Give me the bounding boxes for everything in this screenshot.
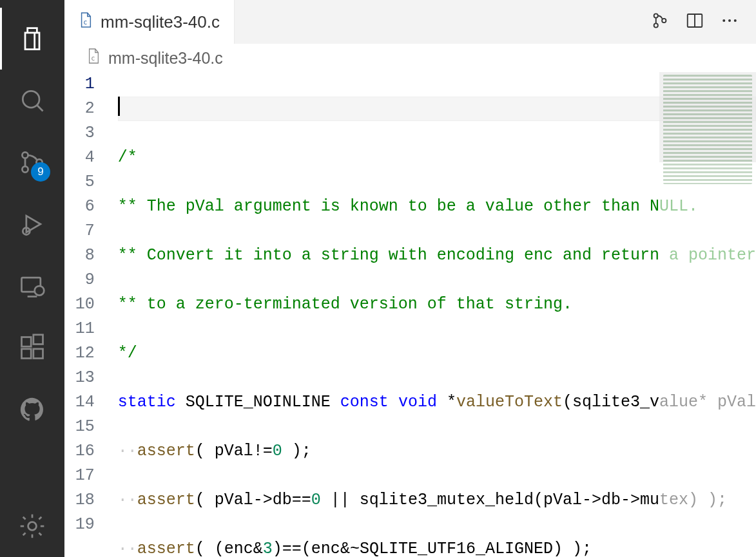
c-file-icon: c	[79, 11, 93, 33]
line-number: 13	[64, 366, 95, 390]
activitybar-search[interactable]	[0, 70, 64, 131]
tab-bar: c mm-sqlite3-40.c	[64, 0, 756, 44]
line-number: 17	[64, 464, 95, 488]
svg-point-0	[23, 91, 39, 108]
svg-point-6	[35, 286, 44, 296]
ellipsis-icon	[720, 11, 739, 30]
line-number: 11	[64, 317, 95, 341]
line-number: 10	[64, 292, 95, 317]
github-icon	[18, 395, 46, 424]
c-file-icon: c	[86, 47, 101, 69]
activity-bar: 9	[0, 0, 64, 557]
editor-group: c mm-sqlite3-40.c	[64, 0, 756, 557]
code-line[interactable]: */	[118, 341, 756, 366]
svg-point-18	[728, 19, 731, 22]
search-icon	[18, 86, 46, 115]
explorer-icon	[18, 24, 46, 53]
line-number-gutter: 1 2 3 4 5 6 7 8 9 10 11 12 13 14 15 16 1…	[64, 72, 118, 557]
code-line[interactable]: static SQLITE_NOINLINE const void *value…	[118, 390, 756, 415]
remote-explorer-icon	[18, 272, 46, 300]
line-number: 14	[64, 390, 95, 415]
code-line[interactable]: ** to a zero-terminated version of that …	[118, 292, 756, 317]
code-line[interactable]: ··assert( pVal!=0 );	[118, 439, 756, 464]
activitybar-remote-explorer[interactable]	[0, 255, 64, 317]
svg-text:c: c	[91, 55, 95, 62]
svg-point-15	[662, 19, 666, 23]
scm-badge: 9	[31, 162, 50, 182]
svg-point-2	[22, 166, 28, 172]
line-number: 9	[64, 268, 95, 292]
activitybar-manage[interactable]	[0, 495, 64, 557]
tab-label: mm-sqlite3-40.c	[101, 12, 220, 32]
line-number: 1	[64, 72, 95, 97]
code-line[interactable]: ··assert( (enc&3)==(enc&~SQLITE_UTF16_AL…	[118, 537, 756, 557]
line-number: 6	[64, 194, 95, 219]
svg-rect-7	[22, 337, 32, 347]
svg-point-19	[734, 19, 737, 22]
tab-active[interactable]: c mm-sqlite3-40.c	[64, 0, 235, 44]
split-editor-icon	[685, 11, 704, 30]
activitybar-run-debug[interactable]	[0, 193, 64, 255]
code-line[interactable]: /*	[118, 146, 756, 170]
svg-rect-9	[34, 349, 43, 359]
code-line[interactable]: ** The pVal argument is known to be a va…	[118, 194, 756, 219]
line-number: 16	[64, 439, 95, 464]
svg-point-13	[654, 14, 658, 17]
activitybar-extensions[interactable]	[0, 317, 64, 379]
svg-point-14	[654, 23, 658, 27]
text-editor[interactable]: 1 2 3 4 5 6 7 8 9 10 11 12 13 14 15 16 1…	[64, 72, 756, 557]
code-line[interactable]: ··assert( pVal->db==0 || sqlite3_mutex_h…	[118, 488, 756, 513]
editor-container: 1 2 3 4 5 6 7 8 9 10 11 12 13 14 15 16 1…	[64, 72, 756, 557]
line-number: 5	[64, 170, 95, 194]
breadcrumb[interactable]: c mm-sqlite3-40.c	[64, 44, 756, 72]
split-editor-button[interactable]	[685, 11, 704, 33]
line-number: 3	[64, 121, 95, 146]
svg-point-1	[22, 152, 28, 158]
extensions-icon	[18, 334, 46, 362]
svg-point-11	[28, 522, 37, 531]
code-area[interactable]: /* ** The pVal argument is known to be a…	[118, 72, 756, 557]
line-number: 4	[64, 146, 95, 170]
line-number: 2	[64, 97, 95, 121]
breadcrumb-filename: mm-sqlite3-40.c	[108, 49, 223, 68]
line-number: 12	[64, 341, 95, 366]
line-number: 19	[64, 513, 95, 537]
code-line[interactable]: ** Convert it into a string with encodin…	[118, 243, 756, 268]
svg-rect-8	[22, 349, 32, 359]
activitybar-explorer[interactable]	[0, 8, 64, 70]
run-debug-icon	[18, 210, 46, 238]
line-number: 8	[64, 243, 95, 268]
line-number: 15	[64, 415, 95, 439]
gear-icon	[18, 512, 46, 540]
line-number: 18	[64, 488, 95, 513]
activitybar-github[interactable]	[0, 379, 64, 440]
svg-point-17	[722, 19, 725, 22]
activitybar-source-control[interactable]: 9	[0, 131, 64, 193]
more-actions-button[interactable]	[720, 11, 739, 33]
compare-changes-icon	[650, 11, 670, 30]
svg-rect-10	[34, 335, 43, 345]
svg-text:c: c	[83, 19, 87, 26]
code-line[interactable]	[118, 97, 756, 121]
tabbar-actions	[634, 0, 756, 44]
text-cursor	[118, 97, 120, 116]
line-number: 7	[64, 219, 95, 243]
compare-changes-button[interactable]	[650, 11, 670, 33]
